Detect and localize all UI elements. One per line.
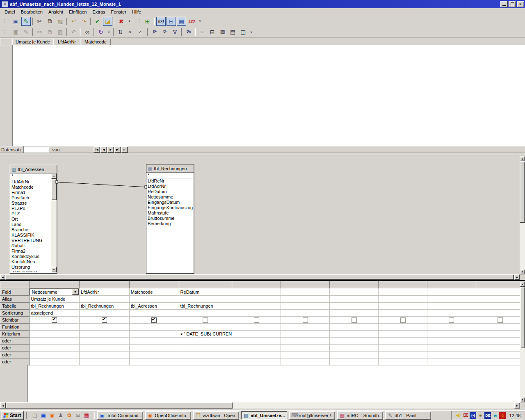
data-source-of-document-icon[interactable]: ▤ bbox=[228, 27, 237, 37]
menu-datei[interactable]: Datei bbox=[2, 9, 18, 15]
grid-cell-feld-col8[interactable] bbox=[379, 288, 427, 296]
grid-cell-oder1-col6[interactable] bbox=[281, 345, 330, 352]
grid-cell-kriterium-col5[interactable] bbox=[232, 331, 281, 338]
scroll-down-icon[interactable]: ▼ bbox=[51, 267, 57, 272]
field-item[interactable]: VERTRETUNG bbox=[10, 238, 50, 243]
scrollbar-thumb[interactable] bbox=[51, 179, 57, 200]
field-combobox[interactable]: Nettosumme▼ bbox=[30, 288, 79, 295]
scroll-up-icon[interactable]: ▲ bbox=[520, 281, 525, 287]
cut-icon[interactable]: ✂ bbox=[35, 27, 44, 37]
grid-cell-oder3-col1[interactable] bbox=[30, 358, 80, 365]
grid-cell-funktion-col7[interactable] bbox=[330, 324, 379, 331]
row-selector-column[interactable] bbox=[0, 45, 13, 146]
sort-descending-icon[interactable]: Z↓ bbox=[136, 27, 146, 37]
scroll-left-icon[interactable]: ◀ bbox=[0, 274, 5, 280]
grid-cell-tabelle-col2[interactable]: tbl_Rechnungen bbox=[80, 303, 130, 310]
grid-cell-alias-col1[interactable]: Umsatz je Kunde bbox=[30, 296, 80, 303]
grid-cell-kriterium-col9[interactable] bbox=[427, 331, 476, 338]
paste-icon[interactable]: ▨ bbox=[55, 27, 65, 37]
add-table-icon[interactable]: ⊞ bbox=[143, 17, 152, 26]
field-item[interactable]: Strasse bbox=[10, 201, 50, 206]
grid-cell-feld-col2[interactable]: LfdAdrNr bbox=[80, 288, 130, 296]
menu-einfgen[interactable]: Einfügen bbox=[66, 9, 89, 15]
grid-cell-sortierung-col9[interactable] bbox=[427, 310, 476, 317]
grid-cell-sichtbar-col9[interactable] bbox=[427, 317, 476, 324]
new-record-button[interactable]: ▶* bbox=[121, 146, 128, 153]
grid-cell-kriterium-col3[interactable] bbox=[129, 331, 179, 338]
grid-cell-sortierung-col10[interactable] bbox=[476, 310, 525, 317]
visible-checkbox[interactable] bbox=[400, 317, 406, 323]
tray-network-error-icon[interactable]: ⌧ bbox=[462, 412, 469, 419]
grid-column-header[interactable] bbox=[232, 282, 281, 288]
grid-cell-sortierung-col3[interactable] bbox=[129, 310, 179, 317]
copy-icon[interactable]: ⧉ bbox=[45, 27, 55, 37]
grid-cell-oder1-col1[interactable] bbox=[30, 345, 80, 352]
grid-vertical-scrollbar[interactable]: ▲ ▼ bbox=[520, 281, 525, 402]
grid-cell-oder2-col10[interactable] bbox=[476, 352, 525, 358]
grid-cell-oder1-col10[interactable] bbox=[476, 345, 525, 352]
grid-cell-oder1-col3[interactable] bbox=[129, 345, 179, 352]
grid-cell-funktion-col2[interactable] bbox=[80, 324, 130, 331]
column-header[interactable]: Matchcode bbox=[80, 39, 111, 45]
grid-cell-oder0-col7[interactable] bbox=[330, 338, 379, 345]
edit-design-icon[interactable]: ✎ bbox=[21, 17, 31, 26]
design-view-icon[interactable]: ◪ bbox=[103, 17, 112, 26]
close-button[interactable]: × bbox=[517, 1, 524, 7]
field-item[interactable]: Ort bbox=[10, 217, 50, 222]
grid-cell-oder3-col7[interactable] bbox=[330, 358, 379, 365]
tray-keyboard-layout-de-icon[interactable]: DE bbox=[484, 412, 491, 419]
quicklaunch-icq-icon[interactable]: ✿ bbox=[66, 412, 73, 419]
field-item[interactable]: LfdAdrNr bbox=[10, 179, 50, 185]
field-item[interactable]: Zahlungsziel bbox=[10, 270, 50, 272]
grid-cell-sichtbar-col3[interactable] bbox=[129, 317, 179, 324]
scroll-up-icon[interactable]: ▲ bbox=[520, 156, 525, 161]
scroll-down-icon[interactable]: ▼ bbox=[520, 269, 525, 274]
grid-cell-sichtbar-col10[interactable] bbox=[476, 317, 525, 324]
auto-filter-icon[interactable]: ∇* bbox=[150, 27, 159, 37]
table-window-rechnungen[interactable]: ▦ tbl_Rechnungen *LfdReNrLfdAdrNrReDatum… bbox=[146, 164, 194, 274]
grid-cell-oder1-col4[interactable] bbox=[179, 345, 232, 352]
grid-cell-oder3-col2[interactable] bbox=[80, 358, 130, 365]
task-button[interactable]: ▤abf_Umsaetze... bbox=[241, 411, 287, 420]
grid-cell-alias-col7[interactable] bbox=[330, 296, 379, 303]
field-item[interactable]: KLASSIFIK bbox=[10, 233, 50, 238]
redo-icon[interactable]: ↷ bbox=[79, 17, 89, 26]
table-alias-icon[interactable]: ⊟ bbox=[167, 17, 176, 26]
quicklaunch-remote-access-icon[interactable]: ♟ bbox=[57, 412, 64, 419]
grid-cell-feld-col10[interactable] bbox=[476, 288, 525, 296]
mail-merge-icon[interactable]: ✉ bbox=[218, 27, 227, 37]
grid-cell-sichtbar-col7[interactable] bbox=[330, 317, 379, 324]
grid-cell-oder3-col8[interactable] bbox=[379, 358, 427, 365]
grid-cell-oder3-col5[interactable] bbox=[232, 358, 281, 365]
standard-filter-icon[interactable]: ∇! bbox=[160, 27, 169, 37]
grid-cell-tabelle-col6[interactable] bbox=[281, 303, 330, 310]
grid-cell-kriterium-col4[interactable]: < ' DATE_SUB( CURREN bbox=[179, 331, 232, 338]
task-button[interactable]: ▣Total Command... bbox=[97, 411, 143, 420]
more-options-icon[interactable]: ▾ bbox=[127, 17, 132, 26]
grid-cell-kriterium-col8[interactable] bbox=[379, 331, 427, 338]
field-item[interactable]: PLZPo bbox=[10, 206, 50, 211]
toolbar-grip[interactable]: ⋮⋮ bbox=[2, 30, 9, 35]
grid-column-header[interactable] bbox=[179, 282, 232, 288]
grid-cell-oder3-col9[interactable] bbox=[427, 358, 476, 365]
grid-cell-oder0-col5[interactable] bbox=[232, 338, 281, 345]
grid-cell-sichtbar-col5[interactable] bbox=[232, 317, 281, 324]
menu-hilfe[interactable]: Hilfe bbox=[129, 9, 144, 15]
field-item[interactable]: Mahnstufe bbox=[146, 210, 193, 216]
grid-cell-oder0-col8[interactable] bbox=[379, 338, 427, 345]
grid-cell-feld-col6[interactable] bbox=[281, 288, 330, 296]
grid-cell-kriterium-col2[interactable] bbox=[80, 331, 130, 338]
distinct-values-icon[interactable]: ▦ bbox=[177, 17, 186, 26]
field-item[interactable]: Bruttosumme bbox=[146, 216, 193, 221]
grid-cell-oder0-col6[interactable] bbox=[281, 338, 330, 345]
save-record-icon[interactable]: ▣ bbox=[11, 27, 21, 37]
field-item[interactable]: Kontaktzyklus bbox=[10, 254, 50, 259]
explorer-on-off-icon[interactable]: ◫ bbox=[238, 27, 248, 37]
start-button[interactable]: Start bbox=[1, 411, 24, 420]
grid-cell-alias-col10[interactable] bbox=[476, 296, 525, 303]
grid-cell-alias-col3[interactable] bbox=[129, 296, 179, 303]
grid-cell-oder1-col2[interactable] bbox=[80, 345, 130, 352]
functions-icon[interactable]: f(x) bbox=[156, 17, 166, 26]
cut-icon[interactable]: ✂ bbox=[35, 17, 44, 26]
toolbar-grip[interactable]: ⋮⋮ bbox=[2, 18, 9, 24]
